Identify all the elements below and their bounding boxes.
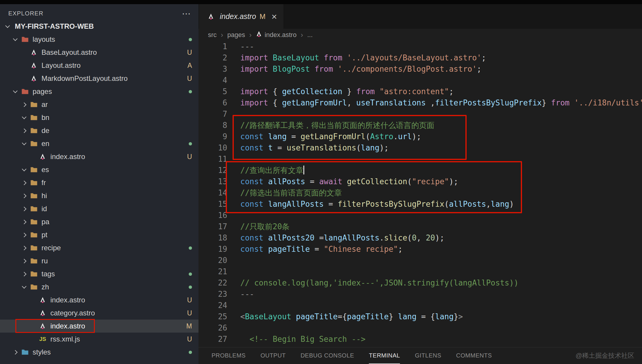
- code-line[interactable]: 7: [198, 108, 642, 120]
- tree-folder-layouts[interactable]: layouts: [0, 33, 198, 46]
- code-line[interactable]: 25<BaseLayout pageTitle={pageTitle} lang…: [198, 311, 642, 322]
- breadcrumb-item[interactable]: ...: [307, 31, 313, 39]
- code-line-text: [227, 322, 240, 333]
- tree-folder-en[interactable]: en: [0, 137, 198, 150]
- code-line[interactable]: 4: [198, 75, 642, 86]
- code-line[interactable]: 19const pageTitle = "Chinese recipe";: [198, 243, 642, 255]
- code-line[interactable]: 24: [198, 300, 642, 311]
- tree-folder-pt[interactable]: pt: [0, 228, 198, 241]
- tab-index-astro[interactable]: index.astro M ×: [199, 4, 284, 29]
- line-number: 7: [198, 108, 227, 120]
- code-line[interactable]: 6import { getLangFromUrl, useTranslation…: [198, 97, 642, 108]
- code-line[interactable]: 3import BlogPost from '../components/Blo…: [198, 63, 642, 75]
- breadcrumb-item[interactable]: index.astro: [256, 31, 297, 39]
- tree-folder-styles[interactable]: styles: [0, 346, 198, 359]
- tree-item-label: rss.xml.js: [50, 335, 80, 343]
- astro-icon: [37, 323, 48, 330]
- close-icon[interactable]: ×: [271, 14, 277, 20]
- panel-tab-gitlens[interactable]: GITLENS: [415, 347, 441, 364]
- panel-tab-comments[interactable]: COMMENTS: [456, 347, 492, 364]
- code-line[interactable]: 14//筛选出当前语言页面的文章: [198, 187, 642, 198]
- tree-file-baselayout-astro[interactable]: BaseLayout.astroU: [0, 46, 198, 59]
- panel-tab-debug-console[interactable]: DEBUG CONSOLE: [300, 347, 354, 364]
- code-line[interactable]: 23---: [198, 288, 642, 300]
- folder-icon: [28, 284, 39, 290]
- tree-folder-fr[interactable]: fr: [0, 176, 198, 189]
- explorer-header: EXPLORER ⋯: [0, 4, 198, 20]
- code-line[interactable]: 2import BaseLayout from '../layouts/Base…: [198, 52, 642, 63]
- chevron-down-icon: [22, 114, 26, 119]
- tree-file-index-astro[interactable]: index.astroU: [0, 294, 198, 307]
- tree-folder-id[interactable]: id: [0, 202, 198, 215]
- chevron-right-icon: [22, 232, 26, 237]
- astro-icon: [28, 75, 39, 82]
- code-line[interactable]: 15const langAllPosts = filterPostsBySlug…: [198, 198, 642, 210]
- tree-file-markdownpostlayout-astro[interactable]: MarkdownPostLayout.astroU: [0, 72, 198, 85]
- git-dot-badge: [189, 272, 192, 276]
- project-root-label: MY-FIRST-ASTRO-WEB: [15, 22, 94, 31]
- tree-folder-ar[interactable]: ar: [0, 98, 198, 111]
- tree-folder-ru[interactable]: ru: [0, 254, 198, 267]
- tree-folder-zh[interactable]: zh: [0, 280, 198, 294]
- tree-file-category-astro[interactable]: category.astroU: [0, 307, 198, 320]
- code-line[interactable]: 27 <!-- Begin Big Search -->: [198, 333, 642, 345]
- code-line[interactable]: 21: [198, 266, 642, 277]
- code-line[interactable]: 16: [198, 210, 642, 221]
- code-line[interactable]: 20: [198, 255, 642, 266]
- tree-folder-hi[interactable]: hi: [0, 189, 198, 202]
- tree-folder-es[interactable]: es: [0, 163, 198, 176]
- tree-item-label: index.astro: [50, 322, 85, 330]
- folder-icon: [28, 245, 39, 251]
- tree-item-label: Layout.astro: [41, 61, 81, 70]
- folder-icon: [28, 101, 39, 108]
- line-number: 27: [198, 333, 227, 345]
- tree-folder-de[interactable]: de: [0, 124, 198, 137]
- code-line-text: [227, 266, 240, 277]
- panel-tab-terminal[interactable]: TERMINAL: [369, 347, 400, 364]
- code-line[interactable]: 17//只取前20条: [198, 221, 642, 232]
- tree-item-label: recipe: [41, 244, 61, 252]
- code-line[interactable]: 10const t = useTranslations(lang);: [198, 142, 642, 153]
- code-line[interactable]: 13const allPosts = await getCollection("…: [198, 176, 642, 187]
- tree-folder-bn[interactable]: bn: [0, 111, 198, 124]
- code-line[interactable]: 1---: [198, 41, 642, 52]
- code-line[interactable]: 8//路径翻译工具类，得出当前页面的所述什么语言的页面: [198, 120, 642, 131]
- panel-tab-output[interactable]: OUTPUT: [260, 347, 286, 364]
- line-number: 14: [198, 187, 227, 198]
- chevron-right-icon: [22, 259, 26, 263]
- code-line[interactable]: 11: [198, 153, 642, 165]
- code-line[interactable]: 26: [198, 322, 642, 333]
- chevron-down-icon: [3, 25, 12, 28]
- chevron-slot: [20, 272, 28, 276]
- code-line[interactable]: 9const lang = getLangFromUrl(Astro.url);: [198, 131, 642, 142]
- panel-tab-problems[interactable]: PROBLEMS: [212, 347, 246, 364]
- breadcrumb-separator: ›: [221, 31, 223, 39]
- tree-folder-pa[interactable]: pa: [0, 215, 198, 228]
- code-line-text: import { getCollection } from "astro:con…: [227, 86, 454, 97]
- tree-folder-pages[interactable]: pages: [0, 85, 198, 98]
- project-root-row[interactable]: MY-FIRST-ASTRO-WEB: [0, 20, 198, 33]
- tree-file-layout-astro[interactable]: Layout.astroA: [0, 59, 198, 72]
- more-actions-icon[interactable]: ⋯: [182, 12, 191, 15]
- folder-icon: [28, 193, 39, 199]
- breadcrumb-item[interactable]: pages: [227, 31, 245, 39]
- tree-file-index-astro[interactable]: index.astroU: [0, 150, 198, 163]
- code-line-text: [227, 108, 240, 120]
- code-line[interactable]: 5import { getCollection } from "astro:co…: [198, 86, 642, 97]
- tree-folder-recipe[interactable]: recipe: [0, 241, 198, 254]
- tree-file-index-astro[interactable]: index.astroM: [0, 320, 198, 333]
- tree-file-rss-xml-js[interactable]: JSrss.xml.jsU: [0, 333, 198, 346]
- code-line-text: [227, 210, 240, 221]
- tree-folder-tags[interactable]: tags: [0, 267, 198, 280]
- code-line-text: import BlogPost from '../components/Blog…: [227, 63, 481, 75]
- code-line[interactable]: 22// console.log(lang,'index---',JSON.st…: [198, 277, 642, 288]
- breadcrumb-item[interactable]: src: [208, 31, 217, 39]
- line-number: 16: [198, 210, 227, 221]
- chevron-right-icon: [13, 350, 17, 355]
- code-line[interactable]: 12//查询出所有文章: [198, 165, 642, 176]
- tree-item-label: category.astro: [50, 309, 95, 317]
- folder-icon: [28, 258, 39, 264]
- line-number: 6: [198, 97, 227, 108]
- code-editor[interactable]: 1---2import BaseLayout from '../layouts/…: [198, 41, 642, 347]
- code-line[interactable]: 18const allPosts20 =langAllPosts.slice(0…: [198, 232, 642, 243]
